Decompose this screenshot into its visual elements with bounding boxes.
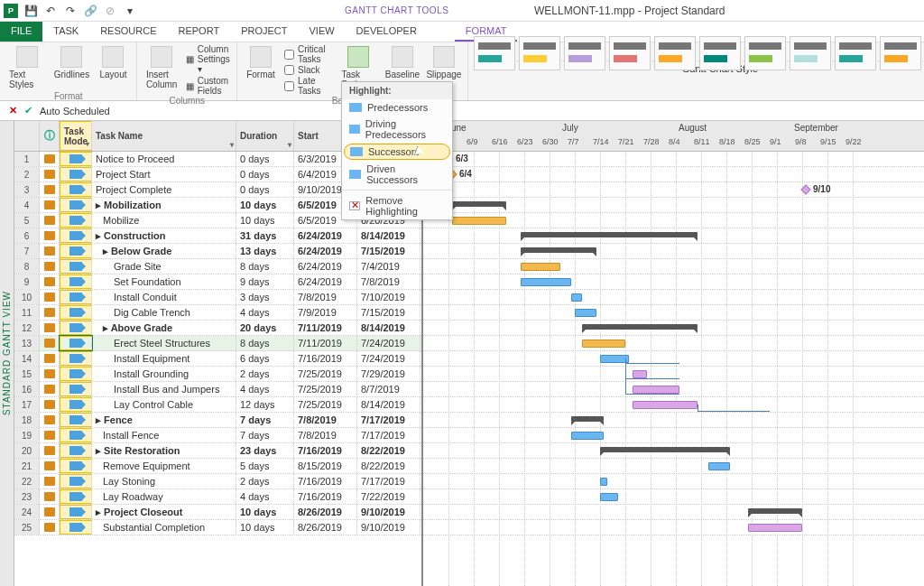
text-styles-button[interactable]: Text Styles [5, 44, 48, 91]
finish-cell[interactable]: 8/22/2019 [357, 443, 420, 458]
task-mode-cell[interactable] [60, 152, 92, 166]
column-settings-button[interactable]: ▦ Column Settings ▾ [186, 44, 231, 74]
summary-bar[interactable] [521, 232, 698, 237]
duration-cell[interactable]: 7 days [236, 428, 294, 442]
format-bar-button[interactable]: Format [243, 44, 279, 96]
duration-cell[interactable]: 2 days [236, 474, 294, 488]
tab-resource[interactable]: RESOURCE [89, 22, 167, 42]
finish-cell[interactable]: 8/14/2019 [357, 397, 420, 412]
task-bar[interactable] [452, 217, 506, 225]
duration-cell[interactable]: 4 days [236, 382, 294, 396]
finish-cell[interactable]: 7/8/2019 [357, 274, 420, 289]
table-row[interactable]: 11Dig Cable Trench4 days7/9/20197/15/201… [14, 305, 421, 321]
task-mode-cell[interactable] [60, 182, 92, 197]
save-icon[interactable]: 💾 [23, 4, 38, 18]
task-name-cell[interactable]: Grade Site [92, 259, 236, 274]
task-mode-cell[interactable] [60, 336, 92, 350]
task-name-cell[interactable]: Notice to Proceed [92, 152, 236, 166]
task-name-cell[interactable]: ▸ Project Closeout [92, 505, 236, 519]
menu-driven-successors[interactable]: Driven Successors [342, 161, 452, 188]
critical-tasks-checkbox[interactable]: Critical Tasks [284, 44, 332, 64]
task-bar[interactable] [748, 524, 802, 532]
task-mode-cell[interactable] [60, 382, 92, 396]
row-number[interactable]: 8 [14, 259, 40, 274]
row-number[interactable]: 24 [14, 505, 40, 519]
finish-cell[interactable]: 7/4/2019 [357, 259, 420, 274]
start-cell[interactable]: 8/26/2019 [294, 505, 357, 519]
row-number[interactable]: 7 [14, 244, 40, 258]
summary-bar[interactable] [600, 447, 730, 452]
gantt-style-swatch[interactable] [699, 36, 741, 70]
duration-cell[interactable]: 5 days [236, 459, 294, 473]
finish-cell[interactable]: 7/15/2019 [357, 305, 420, 320]
table-row[interactable]: 19Install Fence7 days7/8/20197/17/2019 [14, 428, 421, 443]
tab-developer[interactable]: DEVELOPER [346, 22, 428, 42]
gantt-chart[interactable]: JuneJulyAugustSeptember6/26/96/166/236/3… [423, 121, 924, 586]
table-row[interactable]: 16Install Bus and Jumpers4 days7/25/2019… [14, 382, 421, 397]
table-row[interactable]: 24▸ Project Closeout10 days8/26/20199/10… [14, 505, 421, 520]
duration-cell[interactable]: 31 days [236, 228, 294, 243]
row-number[interactable]: 4 [14, 198, 40, 212]
table-row[interactable]: 6▸ Construction31 days6/24/20198/14/2019 [14, 228, 421, 244]
gantt-style-swatch[interactable] [880, 36, 921, 70]
task-name-cell[interactable]: Install Fence [92, 428, 236, 442]
row-number[interactable]: 15 [14, 367, 40, 381]
finish-cell[interactable]: 9/10/2019 [357, 520, 420, 535]
task-name-cell[interactable]: ▸ Below Grade [92, 244, 236, 258]
summary-bar[interactable] [521, 247, 596, 253]
duration-cell[interactable]: 10 days [236, 505, 294, 519]
duration-cell[interactable]: 12 days [236, 397, 294, 412]
task-name-cell[interactable]: ▸ Site Restoration [92, 443, 236, 458]
start-cell[interactable]: 6/24/2019 [294, 228, 357, 243]
task-name-cell[interactable]: Lay Roadway [92, 489, 236, 504]
start-cell[interactable]: 7/11/2019 [294, 336, 357, 350]
task-name-cell[interactable]: Install Grounding [92, 367, 236, 381]
task-mode-cell[interactable] [60, 213, 92, 228]
task-name-cell[interactable]: Erect Steel Structures [92, 336, 236, 350]
duration-cell[interactable]: 0 days [236, 167, 294, 181]
task-bar[interactable] [600, 478, 607, 486]
table-row[interactable]: 23Lay Roadway4 days7/16/20197/22/2019 [14, 489, 421, 505]
col-task-mode[interactable]: Task Mode▾ [60, 121, 92, 151]
gantt-style-swatch[interactable] [790, 36, 831, 70]
task-mode-cell[interactable] [60, 397, 92, 412]
undo-icon[interactable]: ↶ [43, 4, 58, 18]
table-row[interactable]: 7▸ Below Grade13 days6/24/20197/15/2019 [14, 244, 421, 259]
row-number[interactable]: 1 [14, 152, 40, 166]
start-cell[interactable]: 8/15/2019 [294, 459, 357, 473]
gantt-style-swatch[interactable] [519, 36, 560, 70]
table-row[interactable]: 22Lay Stoning2 days7/16/20197/17/2019 [14, 474, 421, 489]
start-cell[interactable]: 7/8/2019 [294, 413, 357, 427]
duration-cell[interactable]: 8 days [236, 259, 294, 274]
task-name-cell[interactable]: Substantial Completion [92, 520, 236, 535]
row-number[interactable]: 10 [14, 290, 40, 304]
duration-cell[interactable]: 4 days [236, 489, 294, 504]
start-cell[interactable]: 7/16/2019 [294, 351, 357, 366]
task-mode-cell[interactable] [60, 305, 92, 320]
task-name-cell[interactable]: Mobilize [92, 213, 236, 228]
duration-cell[interactable]: 20 days [236, 321, 294, 335]
task-bar[interactable] [708, 462, 730, 470]
task-bar[interactable] [571, 293, 582, 302]
task-name-cell[interactable]: Lay Control Cable [92, 397, 236, 412]
task-mode-cell[interactable] [60, 259, 92, 274]
duration-cell[interactable]: 10 days [236, 520, 294, 535]
start-cell[interactable]: 7/16/2019 [294, 489, 357, 504]
finish-cell[interactable]: 7/17/2019 [357, 428, 420, 442]
table-row[interactable]: 20▸ Site Restoration23 days7/16/20198/22… [14, 443, 421, 459]
close-message-icon[interactable]: ✕ [9, 105, 17, 116]
duration-cell[interactable]: 9 days [236, 274, 294, 289]
task-bar[interactable] [633, 401, 698, 409]
start-cell[interactable]: 7/9/2019 [294, 305, 357, 320]
task-mode-cell[interactable] [60, 489, 92, 504]
table-row[interactable]: 9Set Foundation9 days6/24/20197/8/2019 [14, 274, 421, 290]
finish-cell[interactable]: 7/17/2019 [357, 474, 420, 488]
slack-checkbox[interactable]: Slack [284, 65, 332, 75]
duration-cell[interactable]: 10 days [236, 213, 294, 228]
col-duration[interactable]: Duration▾ [236, 121, 294, 151]
tab-task[interactable]: TASK [42, 22, 89, 42]
start-cell[interactable]: 6/24/2019 [294, 259, 357, 274]
task-mode-cell[interactable] [60, 198, 92, 212]
finish-cell[interactable]: 7/22/2019 [357, 489, 420, 504]
finish-cell[interactable]: 8/7/2019 [357, 382, 420, 396]
